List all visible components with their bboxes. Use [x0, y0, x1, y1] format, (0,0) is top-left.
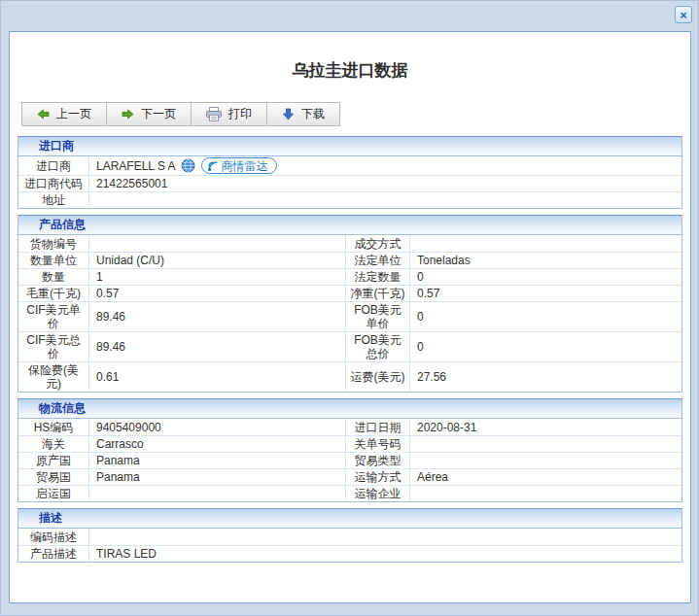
address-value	[88, 191, 682, 208]
address-label: 地址	[18, 191, 88, 208]
declaration-no-value	[409, 435, 682, 452]
hs-code-value: 9405409000	[88, 419, 345, 435]
deal-method-value	[409, 235, 682, 252]
table-row: 贸易国 Panama 运输方式 Aérea	[18, 468, 682, 485]
declaration-no-label: 关单号码	[345, 435, 409, 452]
net-weight-label: 净重(千克)	[345, 285, 409, 301]
qty-unit-label: 数量单位	[18, 252, 88, 268]
download-button[interactable]: 下载	[266, 102, 340, 126]
table-row: 原产国 Panama 贸易类型	[18, 452, 682, 468]
departure-country-label: 启运国	[18, 485, 88, 501]
gross-weight-label: 毛重(千克)	[18, 285, 88, 301]
importer-code-label: 进口商代码	[18, 175, 88, 191]
fob-unit-price-label: FOB美元单价	[345, 301, 409, 331]
net-weight-value: 0.57	[409, 285, 682, 301]
transport-company-value	[409, 485, 682, 501]
customs-value: Carrasco	[88, 435, 345, 452]
product-table: 货物编号 成交方式 数量单位 Unidad (C/U) 法定单位 Tonelad…	[17, 234, 682, 393]
toolbar: 上一页 下一页 打印 下载	[21, 102, 690, 126]
prev-page-button[interactable]: 上一页	[21, 102, 107, 126]
close-icon: ×	[680, 9, 687, 21]
departure-country-value	[88, 485, 345, 501]
importer-section-title: 进口商	[39, 138, 74, 154]
legal-unit-value: Toneladas	[409, 252, 682, 268]
fob-unit-price-value: 0	[409, 301, 682, 331]
transport-mode-value: Aérea	[409, 468, 682, 485]
product-section: 产品信息 货物编号 成交方式 数量单位 Unidad (C/U) 法定单位 To…	[17, 215, 682, 393]
cif-total-price-value: 89.46	[88, 331, 345, 361]
fob-total-price-label: FOB美元总价	[345, 331, 409, 361]
next-page-button[interactable]: 下一页	[106, 102, 192, 126]
transport-mode-label: 运输方式	[345, 468, 409, 485]
close-button[interactable]: ×	[675, 6, 692, 23]
next-page-label: 下一页	[141, 106, 176, 122]
trade-type-label: 贸易类型	[345, 452, 409, 468]
importer-code-value: 21422565001	[88, 175, 682, 191]
product-description-value: TIRAS LED	[88, 545, 682, 562]
table-row: HS编码 9405409000 进口日期 2020-08-31	[18, 419, 682, 435]
insurance-value: 0.61	[88, 361, 345, 392]
table-row: 数量 1 法定数量 0	[18, 268, 682, 285]
insurance-label: 保险费(美元)	[18, 361, 88, 392]
importer-value-cell: LARAFELL S A 商情雷达	[88, 156, 682, 175]
table-row: 产品描述 TIRAS LED	[18, 545, 682, 562]
table-row: CIF美元单价 89.46 FOB美元单价 0	[18, 301, 682, 331]
logistics-section-title: 物流信息	[39, 400, 86, 417]
print-button[interactable]: 打印	[191, 102, 267, 126]
importer-section-header: 进口商	[17, 136, 682, 155]
page-title: 乌拉圭进口数据	[10, 59, 690, 79]
legal-qty-value: 0	[409, 268, 682, 285]
freight-label: 运费(美元)	[345, 361, 409, 392]
importer-label: 进口商	[18, 156, 88, 175]
cif-unit-price-value: 89.46	[88, 301, 345, 331]
table-row: 海关 Carrasco 关单号码	[18, 435, 682, 452]
table-row: 保险费(美元) 0.61 运费(美元) 27.56	[18, 361, 682, 392]
importer-table: 进口商 LARAFELL S A 商情雷达 进口商代码 21422565001	[17, 155, 682, 209]
description-section-header: 描述	[17, 508, 682, 528]
transport-company-label: 运输企业	[345, 485, 409, 501]
logistics-table: HS编码 9405409000 进口日期 2020-08-31 海关 Carra…	[17, 418, 682, 502]
dialog-window: × 乌拉圭进口数据 上一页 下一页 打印 下载 进口商	[0, 0, 699, 616]
code-description-label: 编码描述	[18, 529, 88, 545]
table-row: 地址	[18, 191, 682, 208]
business-radar-label: 商情雷达	[222, 159, 268, 173]
product-section-header: 产品信息	[17, 215, 682, 234]
cargo-no-value	[88, 235, 345, 252]
logistics-section: 物流信息 HS编码 9405409000 进口日期 2020-08-31 海关 …	[17, 398, 682, 502]
cif-unit-price-label: CIF美元单价	[18, 301, 88, 331]
trade-type-value	[409, 452, 682, 468]
logistics-section-header: 物流信息	[17, 398, 682, 418]
print-label: 打印	[228, 106, 252, 122]
import-date-value: 2020-08-31	[409, 419, 682, 435]
origin-country-value: Panama	[88, 452, 345, 468]
origin-country-label: 原产国	[18, 452, 88, 468]
qty-unit-value: Unidad (C/U)	[88, 252, 345, 268]
product-description-label: 产品描述	[18, 545, 88, 562]
table-row: 货物编号 成交方式	[18, 235, 682, 252]
cif-total-price-label: CIF美元总价	[18, 331, 88, 361]
qty-value: 1	[88, 268, 345, 285]
import-date-label: 进口日期	[345, 419, 409, 435]
cargo-no-label: 货物编号	[18, 235, 88, 252]
trade-country-label: 贸易国	[18, 468, 88, 485]
business-radar-badge[interactable]: 商情雷达	[201, 157, 277, 174]
legal-unit-label: 法定单位	[345, 252, 409, 268]
importer-name: LARAFELL S A	[96, 159, 176, 173]
arrow-right-icon	[122, 108, 134, 120]
importer-section: 进口商 进口商 LARAFELL S A 商情雷达 进口商代码	[17, 136, 682, 209]
radar-icon	[207, 160, 219, 172]
deal-method-label: 成交方式	[345, 235, 409, 252]
arrow-down-icon	[282, 108, 295, 120]
globe-icon[interactable]	[181, 158, 195, 173]
table-row: 进口商 LARAFELL S A 商情雷达	[18, 156, 682, 175]
table-row: 编码描述	[18, 529, 682, 545]
trade-country-value: Panama	[88, 468, 345, 485]
download-label: 下载	[301, 106, 325, 122]
arrow-left-icon	[37, 108, 50, 120]
printer-icon	[206, 107, 222, 121]
table-row: 启运国 运输企业	[18, 485, 682, 501]
freight-value: 27.56	[409, 361, 682, 392]
fob-total-price-value: 0	[409, 331, 682, 361]
dialog-panel: 乌拉圭进口数据 上一页 下一页 打印 下载 进口商	[9, 31, 691, 603]
legal-qty-label: 法定数量	[345, 268, 409, 285]
